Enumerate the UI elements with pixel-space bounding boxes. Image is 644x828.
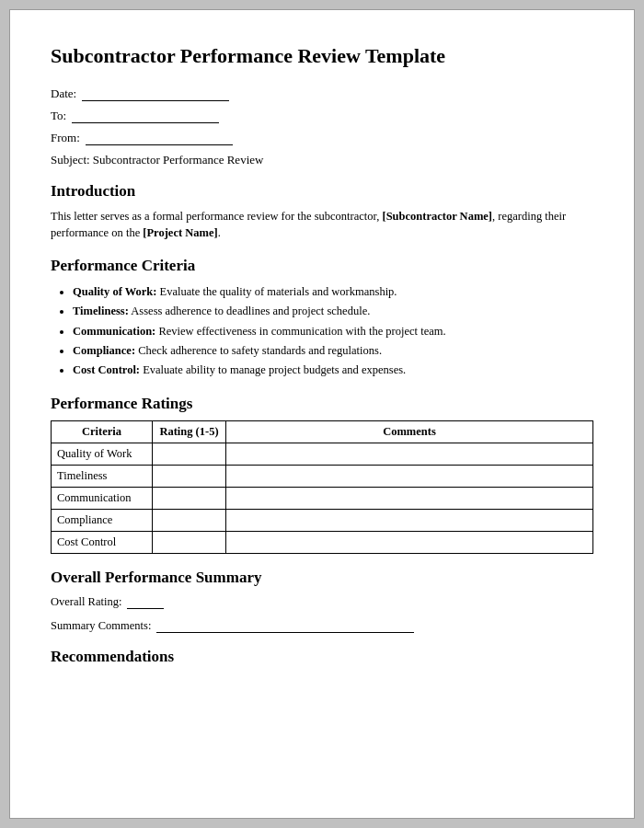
criteria-list: Quality of Work: Evaluate the quality of… <box>51 282 593 380</box>
criteria-item-desc: Evaluate the quality of materials and wo… <box>160 285 397 298</box>
list-item: Timeliness: Assess adherence to deadline… <box>73 302 593 321</box>
list-item: Cost Control: Evaluate ability to manage… <box>73 361 593 380</box>
to-input-line[interactable] <box>72 109 219 123</box>
recommendations-heading: Recommendations <box>51 648 593 666</box>
table-header-row: Criteria Rating (1-5) Comments <box>52 421 593 443</box>
criteria-item-label: Compliance: <box>73 344 135 357</box>
table-cell-criteria: Quality of Work <box>52 443 153 466</box>
table-cell-rating[interactable] <box>153 466 226 488</box>
overall-rating-input[interactable] <box>127 594 164 609</box>
subject-label: Subject: <box>51 153 90 167</box>
table-cell-rating[interactable] <box>153 443 226 466</box>
introduction-text: This letter serves as a formal performan… <box>51 208 593 243</box>
table-row: Communication <box>52 488 593 510</box>
table-cell-criteria: Compliance <box>52 510 153 532</box>
criteria-item-desc: Check adherence to safety standards and … <box>138 344 382 357</box>
table-row: Timeliness <box>52 466 593 488</box>
date-label: Date: <box>51 86 76 101</box>
performance-criteria-heading: Performance Criteria <box>51 257 593 275</box>
project-name-placeholder: [Project Name] <box>143 226 217 239</box>
table-header-comments: Comments <box>226 421 593 443</box>
table-cell-rating[interactable] <box>153 488 226 510</box>
table-cell-comments[interactable] <box>226 488 593 510</box>
overall-rating-label: Overall Rating: <box>51 595 121 609</box>
to-field-row: To: <box>51 109 593 123</box>
overall-performance-heading: Overall Performance Summary <box>51 569 593 587</box>
table-cell-rating[interactable] <box>153 510 226 532</box>
table-cell-rating[interactable] <box>153 532 226 554</box>
table-header-criteria: Criteria <box>52 421 153 443</box>
table-cell-comments[interactable] <box>226 443 593 466</box>
table-cell-criteria: Timeliness <box>52 466 153 488</box>
date-field-row: Date: <box>51 86 593 101</box>
subject-row: Subject: Subcontractor Performance Revie… <box>51 153 593 167</box>
table-cell-comments[interactable] <box>226 532 593 554</box>
criteria-item-label: Quality of Work: <box>73 285 156 298</box>
introduction-heading: Introduction <box>51 182 593 201</box>
from-field-row: From: <box>51 131 593 145</box>
to-label: To: <box>51 109 66 123</box>
summary-comments-input[interactable] <box>156 618 414 633</box>
ratings-table: Criteria Rating (1-5) Comments Quality o… <box>51 420 593 554</box>
page-container: Subcontractor Performance Review Templat… <box>9 9 635 819</box>
date-input-line[interactable] <box>82 86 229 101</box>
page-title: Subcontractor Performance Review Templat… <box>51 43 593 70</box>
criteria-item-label: Timeliness: <box>73 305 129 317</box>
criteria-item-label: Cost Control: <box>73 363 140 376</box>
list-item: Quality of Work: Evaluate the quality of… <box>73 282 593 302</box>
table-row: Compliance <box>52 510 593 532</box>
list-item: Compliance: Check adherence to safety st… <box>73 341 593 361</box>
table-header-rating: Rating (1-5) <box>153 421 226 443</box>
from-input-line[interactable] <box>86 131 233 145</box>
from-label: From: <box>51 131 80 145</box>
overall-rating-row: Overall Rating: <box>51 594 593 609</box>
overall-section: Overall Rating: Summary Comments: <box>51 594 593 633</box>
table-row: Cost Control <box>52 532 593 554</box>
table-cell-comments[interactable] <box>226 466 593 488</box>
table-row: Quality of Work <box>52 443 593 466</box>
criteria-item-desc: Review effectiveness in communication wi… <box>158 325 445 338</box>
subject-value: Subcontractor Performance Review <box>93 153 264 167</box>
table-cell-criteria: Communication <box>52 488 153 510</box>
table-cell-criteria: Cost Control <box>52 532 153 554</box>
summary-comments-row: Summary Comments: <box>51 618 593 633</box>
criteria-item-desc: Evaluate ability to manage project budge… <box>143 363 406 376</box>
summary-comments-label: Summary Comments: <box>51 619 151 633</box>
table-cell-comments[interactable] <box>226 510 593 532</box>
subcontractor-name-placeholder: [Subcontractor Name] <box>382 210 492 223</box>
list-item: Communication: Review effectiveness in c… <box>73 322 593 341</box>
performance-ratings-heading: Performance Ratings <box>51 395 593 413</box>
criteria-item-label: Communication: <box>73 325 155 338</box>
criteria-item-desc: Assess adherence to deadlines and projec… <box>131 305 370 317</box>
